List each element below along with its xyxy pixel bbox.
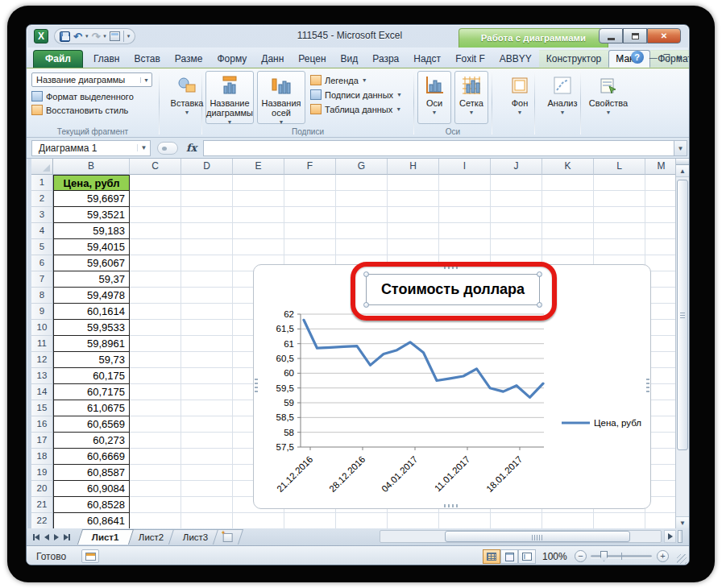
cell-B1[interactable]: Цена, рубл <box>53 175 130 191</box>
sheet-tab-лист1[interactable]: Лист1 <box>77 529 134 545</box>
column-header-M[interactable]: M <box>645 159 678 175</box>
row-header-18[interactable]: 18 <box>31 449 53 465</box>
cell-E1[interactable] <box>233 175 284 191</box>
tab-конструктор[interactable]: Конструктор <box>539 50 608 68</box>
cell-C16[interactable] <box>130 416 181 433</box>
cell-J22[interactable] <box>491 513 542 528</box>
cell-H4[interactable] <box>388 223 439 239</box>
horizontal-scroll-thumb[interactable] <box>445 531 630 542</box>
cell-H1[interactable] <box>388 175 439 191</box>
column-header-I[interactable]: I <box>439 159 491 175</box>
scroll-down-icon[interactable]: ▼ <box>676 516 689 528</box>
cell-E5[interactable] <box>233 239 284 255</box>
cell-B16[interactable]: 60,6569 <box>53 416 130 433</box>
cell-F1[interactable] <box>284 175 336 191</box>
insert-worksheet-tab[interactable] <box>213 529 243 545</box>
page-layout-view-button[interactable] <box>500 549 518 564</box>
scroll-right-icon[interactable] <box>664 530 676 543</box>
name-box-chevron-icon[interactable]: ▼ <box>137 144 150 151</box>
minimize-button[interactable] <box>599 28 623 43</box>
zoom-level[interactable]: 100% <box>542 551 567 562</box>
cell-B4[interactable]: 59,183 <box>53 223 130 239</box>
row-header-6[interactable]: 6 <box>31 255 53 271</box>
horizontal-scrollbar[interactable] <box>380 530 662 543</box>
row-header-9[interactable]: 9 <box>31 304 53 320</box>
tab-разра[interactable]: Разра <box>365 50 406 68</box>
cell-G3[interactable] <box>336 207 388 223</box>
cell-E4[interactable] <box>233 223 284 239</box>
cell-C5[interactable] <box>130 239 181 255</box>
cell-D19[interactable] <box>181 465 233 481</box>
select-all-corner[interactable] <box>31 159 53 175</box>
horizontal-split-handle[interactable] <box>678 530 683 543</box>
cell-M22[interactable] <box>645 513 678 528</box>
fx-icon[interactable]: fx <box>186 142 197 154</box>
zoom-out-button[interactable]: − <box>575 550 587 562</box>
cell-C4[interactable] <box>130 223 181 239</box>
column-header-H[interactable]: H <box>388 159 439 175</box>
gridlines-button[interactable]: Сетка ▼ <box>454 71 488 124</box>
column-header-C[interactable]: C <box>130 159 181 175</box>
cell-C22[interactable] <box>130 513 181 528</box>
undo-caret-icon[interactable]: ▾ <box>85 33 89 39</box>
cell-G4[interactable] <box>336 223 388 239</box>
cell-I5[interactable] <box>439 239 491 255</box>
tab-abbyy[interactable]: ABBYY <box>492 50 539 68</box>
cell-L5[interactable] <box>594 239 645 255</box>
cell-D6[interactable] <box>181 255 233 271</box>
last-sheet-icon[interactable] <box>64 534 70 540</box>
cell-I22[interactable] <box>439 513 491 528</box>
cell-C17[interactable] <box>130 433 181 449</box>
cell-D21[interactable] <box>181 497 233 513</box>
cell-J1[interactable] <box>491 175 542 191</box>
cell-D3[interactable] <box>181 207 233 223</box>
cell-E2[interactable] <box>233 191 284 207</box>
chart-object[interactable]: 6261,56160,56059,55958,55857,521.12.2016… <box>253 264 651 509</box>
cell-C7[interactable] <box>130 271 181 288</box>
cell-I4[interactable] <box>439 223 491 239</box>
cell-E22[interactable] <box>233 513 284 528</box>
collapse-ribbon-icon[interactable]: ▲ <box>618 53 625 61</box>
chart-title[interactable]: Стоимость доллара <box>366 274 540 305</box>
row-header-16[interactable]: 16 <box>31 416 53 433</box>
data-labels-button[interactable]: Подписи данных▼ <box>309 88 402 101</box>
macro-record-button[interactable] <box>81 549 99 563</box>
cell-K5[interactable] <box>542 239 594 255</box>
cell-D4[interactable] <box>181 223 233 239</box>
first-sheet-icon[interactable] <box>33 534 39 540</box>
cell-D13[interactable] <box>181 368 233 384</box>
column-header-K[interactable]: K <box>542 159 594 175</box>
workbook-restore-icon[interactable]: ❐ <box>663 53 670 62</box>
cell-L22[interactable] <box>594 513 645 528</box>
cell-F4[interactable] <box>284 223 336 239</box>
row-header-1[interactable]: 1 <box>31 175 53 191</box>
cell-C14[interactable] <box>130 384 181 400</box>
cell-F3[interactable] <box>284 207 336 223</box>
cell-L2[interactable] <box>594 191 645 207</box>
selection-handle[interactable] <box>363 271 369 277</box>
cell-D17[interactable] <box>181 433 233 449</box>
row-header-15[interactable]: 15 <box>31 400 53 416</box>
split-handle[interactable] <box>676 159 689 165</box>
name-box[interactable]: Диаграмма 1 ▼ <box>31 140 151 156</box>
cell-G5[interactable] <box>336 239 388 255</box>
format-selection-button[interactable]: Формат выделенного <box>30 89 156 103</box>
selection-handle[interactable] <box>537 271 542 277</box>
cell-B7[interactable]: 59,37 <box>53 271 130 288</box>
column-header-B[interactable]: B <box>53 159 130 175</box>
cell-D8[interactable] <box>181 288 233 304</box>
cell-D16[interactable] <box>181 416 233 433</box>
qat-customize-icon[interactable]: ▾ <box>127 33 131 39</box>
cell-C9[interactable] <box>130 304 181 320</box>
cell-C3[interactable] <box>130 207 181 223</box>
cell-K22[interactable] <box>542 513 594 528</box>
next-sheet-icon[interactable] <box>54 534 59 540</box>
scroll-up-icon[interactable]: ▲ <box>676 165 689 177</box>
cell-L4[interactable] <box>594 223 645 239</box>
cell-L3[interactable] <box>594 207 645 223</box>
tab-разме[interactable]: Разме <box>168 50 210 68</box>
expand-formula-bar-icon[interactable]: ▼ <box>674 140 687 156</box>
cell-M4[interactable] <box>645 223 678 239</box>
cell-B22[interactable]: 60,8641 <box>53 513 130 528</box>
cell-C2[interactable] <box>130 191 181 207</box>
